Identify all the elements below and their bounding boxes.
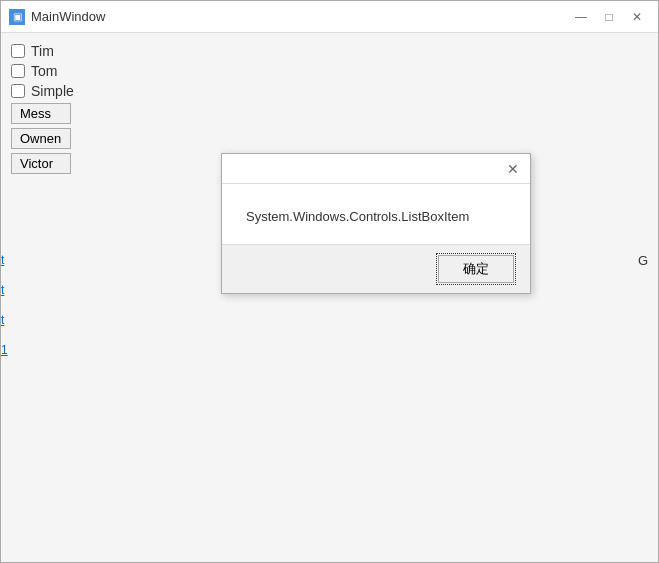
list-button-ownen[interactable]: Ownen <box>11 128 71 149</box>
dialog-body: System.Windows.Controls.ListBoxItem <box>222 184 530 244</box>
close-button[interactable]: ✕ <box>624 6 650 28</box>
dialog-title-bar: ✕ <box>222 154 530 184</box>
checkbox-tim[interactable] <box>11 44 25 58</box>
title-bar-left: ▣ MainWindow <box>9 9 105 25</box>
list-button-victor[interactable]: Victor <box>11 153 71 174</box>
checkbox-label-tom: Tom <box>31 63 57 79</box>
dialog: ✕ System.Windows.Controls.ListBoxItem 确定 <box>221 153 531 294</box>
checkbox-list: TimTomSimple <box>11 43 648 99</box>
title-controls: — □ ✕ <box>568 6 650 28</box>
checkbox-item-tom[interactable]: Tom <box>11 63 648 79</box>
checkbox-simple[interactable] <box>11 84 25 98</box>
window-title: MainWindow <box>31 9 105 24</box>
checkbox-item-simple[interactable]: Simple <box>11 83 648 99</box>
right-text: G <box>638 253 648 268</box>
link-item-4[interactable]: 1 <box>1 343 8 357</box>
dialog-close-button[interactable]: ✕ <box>502 158 524 180</box>
main-window: ▣ MainWindow — □ ✕ TimTomSimple MessOwne… <box>0 0 659 563</box>
dialog-ok-button[interactable]: 确定 <box>438 255 514 283</box>
minimize-button[interactable]: — <box>568 6 594 28</box>
title-bar: ▣ MainWindow — □ ✕ <box>1 1 658 33</box>
link-item-2[interactable]: t <box>1 283 4 297</box>
checkbox-tom[interactable] <box>11 64 25 78</box>
window-content: TimTomSimple MessOwnenVictor t t t 1 G ✕… <box>1 33 658 562</box>
checkbox-label-simple: Simple <box>31 83 74 99</box>
maximize-button[interactable]: □ <box>596 6 622 28</box>
dialog-footer: 确定 <box>222 244 530 293</box>
checkbox-item-tim[interactable]: Tim <box>11 43 648 59</box>
link-item-1[interactable]: t <box>1 253 4 267</box>
list-button-mess[interactable]: Mess <box>11 103 71 124</box>
checkbox-label-tim: Tim <box>31 43 54 59</box>
link-item-3[interactable]: t <box>1 313 4 327</box>
window-icon: ▣ <box>9 9 25 25</box>
dialog-message: System.Windows.Controls.ListBoxItem <box>246 209 469 224</box>
